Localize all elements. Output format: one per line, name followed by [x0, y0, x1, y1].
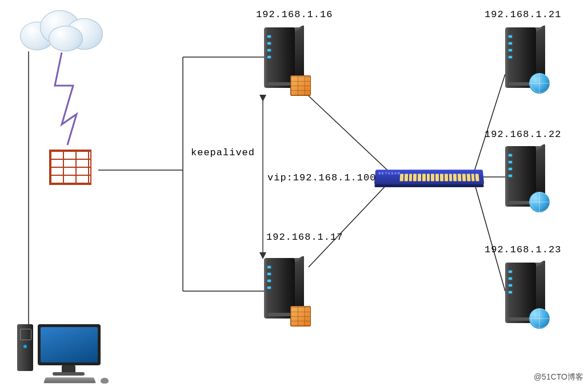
mouse-icon: [101, 378, 109, 384]
network-diagram: NETGEAR 192.168.1.16 192.168.1.17 keepal…: [0, 0, 588, 387]
edge-switch-web3: [474, 183, 505, 291]
monitor-icon: [38, 324, 101, 365]
edge-lb2-switch: [309, 183, 389, 267]
pc-tower-icon: [17, 324, 33, 371]
watermark: @51CTO博客: [534, 372, 583, 382]
firewall-overlay-icon: [290, 75, 311, 96]
label-web3-ip: 192.168.1.23: [485, 244, 561, 255]
edge-cloud-firewall: [55, 53, 77, 145]
label-web1-ip: 192.168.1.21: [485, 9, 561, 20]
firewall-icon: [49, 150, 91, 185]
edge-switch-web1: [474, 74, 505, 171]
edge-lb1-switch: [309, 96, 389, 171]
firewall-overlay-icon: [290, 306, 311, 326]
globe-icon: [529, 308, 550, 329]
cloud-icon: [17, 6, 109, 54]
label-web2-ip: 192.168.1.22: [485, 129, 561, 140]
label-lb1-ip: 192.168.1.16: [256, 9, 333, 20]
globe-icon: [529, 73, 550, 94]
label-lb2-ip: 192.168.1.17: [266, 232, 343, 243]
label-keepalived: keepalived: [191, 147, 255, 158]
label-vip: vip:192.168.1.100: [267, 172, 376, 183]
globe-icon: [529, 192, 550, 212]
switch-icon: NETGEAR: [374, 170, 485, 184]
keyboard-icon: [43, 377, 96, 383]
